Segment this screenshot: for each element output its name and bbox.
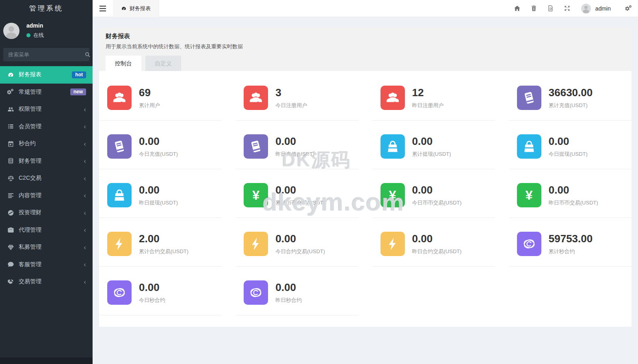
stat-value: 0.00: [549, 136, 588, 147]
stat-label: 累计提现(USDT): [412, 151, 451, 158]
stat-value: 36630.00: [549, 87, 593, 99]
briefcase-icon: [7, 226, 14, 233]
chevron-left-icon: ‹: [84, 261, 86, 268]
topbar-tab-label: 财务报表: [130, 5, 151, 12]
home-icon[interactable]: [514, 5, 521, 12]
gem-icon: [7, 244, 14, 251]
circle-slash-icon: [7, 209, 14, 216]
stat-value: 0.00: [275, 282, 302, 293]
stat-book-icon: [244, 134, 268, 159]
sidebar-item-member-manage[interactable]: 会员管理‹: [0, 118, 93, 136]
stat-users-icon: [381, 86, 405, 110]
sidebar-item-label: 内容管理: [19, 192, 41, 199]
sidebar-item-permission-manage[interactable]: 权限管理‹: [0, 101, 93, 118]
stat-card: 0.00今日秒合约: [99, 274, 222, 315]
sidebar-item-c2c-trade[interactable]: C2C交易‹: [0, 170, 93, 187]
stat-label: 今日秒合约: [139, 297, 165, 304]
stat-label: 累计币币交易(USDT): [275, 199, 325, 207]
stat-label: 今日合约交易(USDT): [275, 248, 325, 255]
stat-yen-icon: ¥: [517, 183, 541, 207]
stat-book-icon: [107, 134, 132, 159]
stat-label: 昨日秒合约: [275, 297, 302, 304]
badge-new: new: [70, 88, 86, 95]
sidebar-item-private-fund[interactable]: 私募管理‹: [0, 239, 93, 256]
sidebar-item-label: C2C交易: [19, 174, 41, 182]
sidebar-item-trade-manage[interactable]: 交易管理‹: [0, 273, 93, 291]
finance-report-panel: 财务报表 用于展示当前系统中的统计数据、统计报表及重要实时数据 控制台 自定义 …: [99, 28, 632, 327]
tab-custom[interactable]: 自定义: [145, 56, 181, 71]
stat-card: ¥0.00昨日币币交易(USDT): [509, 177, 632, 218]
stat-users-icon: [244, 86, 268, 110]
hamburger-menu-icon[interactable]: [93, 0, 113, 17]
sidebar-menu: 财务报表hot常规管理new权限管理‹会员管理‹秒合约‹财务管理‹C2C交易‹内…: [0, 66, 93, 291]
database-icon: [7, 157, 14, 164]
chevron-left-icon: ‹: [84, 244, 86, 251]
search-input[interactable]: [3, 52, 84, 58]
sidebar-item-label: 代理管理: [19, 226, 41, 234]
chevron-left-icon: ‹: [84, 106, 86, 113]
topbar-username: admin: [595, 5, 611, 12]
users-icon: [7, 106, 14, 113]
sidebar-item-invest-manage[interactable]: 投资理财‹: [0, 204, 93, 222]
sidebar-item-service-manage[interactable]: 客服管理‹: [0, 256, 93, 274]
topbar-tab-finance-report[interactable]: 财务报表: [113, 0, 159, 17]
user-avatar: [3, 23, 19, 39]
stat-swirl-icon: [107, 280, 132, 305]
stat-card: 36630.00累计充值(USDT): [509, 79, 632, 121]
tab-console[interactable]: 控制台: [106, 56, 141, 71]
stat-card: 0.00昨日充值(USDT): [236, 128, 358, 169]
refresh-page-icon[interactable]: [547, 5, 554, 12]
stat-users-icon: [107, 86, 132, 110]
sidebar-item-label: 常规管理: [19, 88, 41, 96]
main-content[interactable]: 财务报表 用于展示当前系统中的统计数据、统计报表及重要实时数据 控制台 自定义 …: [93, 17, 638, 364]
online-status-label: 在线: [33, 32, 44, 39]
sidebar-item-seconds-contract[interactable]: 秒合约‹: [0, 135, 93, 153]
stat-label: 累计用户: [139, 102, 160, 109]
sidebar-item-content-manage[interactable]: 内容管理‹: [0, 187, 93, 205]
settings-gears-icon[interactable]: [625, 5, 632, 12]
stat-value: 0.00: [412, 136, 451, 147]
stat-value: 0.00: [139, 282, 165, 293]
search-icon[interactable]: [84, 48, 91, 61]
panel-tabs: 控制台 自定义: [106, 56, 625, 71]
stat-swirl-icon: [244, 280, 268, 305]
stat-card: ¥0.00累计币币交易(USDT): [236, 177, 358, 218]
sidebar-item-label: 权限管理: [19, 106, 41, 113]
topbar: 财务报表 admin: [93, 0, 638, 17]
stat-value: 0.00: [275, 233, 325, 245]
stat-label: 累计充值(USDT): [549, 102, 593, 109]
sidebar-item-label: 客服管理: [19, 261, 41, 268]
align-icon: [7, 192, 14, 199]
username: admin: [26, 22, 44, 29]
stat-card: 69累计用户: [99, 79, 222, 121]
stat-card: 0.00昨日秒合约: [236, 274, 358, 315]
page-subtitle: 用于展示当前系统中的统计数据、统计报表及重要实时数据: [106, 43, 625, 50]
chevron-left-icon: ‹: [84, 192, 86, 199]
stat-bag-icon: [381, 134, 405, 159]
trash-icon[interactable]: [530, 5, 537, 12]
sidebar-item-finance-manage[interactable]: 财务管理‹: [0, 153, 93, 170]
sidebar-item-agent-manage[interactable]: 代理管理‹: [0, 222, 93, 239]
topbar-avatar: [581, 4, 591, 13]
calendar-icon: [7, 140, 14, 147]
dashboard-icon: [121, 6, 127, 11]
topbar-user[interactable]: admin: [581, 4, 611, 13]
chevron-left-icon: ‹: [84, 209, 86, 216]
stat-label: 累计合约交易(USDT): [139, 248, 188, 255]
fullscreen-icon[interactable]: [564, 5, 571, 12]
stat-label: 今日注册用户: [275, 102, 307, 109]
sidebar-item-general-manage[interactable]: 常规管理new: [0, 84, 93, 101]
dashboard-icon: [7, 71, 14, 78]
stat-label: 今日币币交易(USDT): [412, 199, 462, 207]
stat-card: 0.00今日充值(USDT): [99, 128, 222, 169]
stat-value: 3: [275, 87, 307, 99]
sidebar-item-finance-report[interactable]: 财务报表hot: [0, 66, 93, 84]
stat-label: 昨日提现(USDT): [139, 199, 178, 207]
badge-hot: hot: [72, 71, 86, 78]
stat-value: 2.00: [139, 233, 188, 245]
app-title: 管理系统: [0, 0, 93, 17]
panel-header: 财务报表 用于展示当前系统中的统计数据、统计报表及重要实时数据 控制台 自定义: [99, 28, 632, 71]
sidebar-search: [3, 48, 89, 61]
stat-label: 累计秒合约: [549, 248, 593, 255]
stat-label: 昨日合约交易(USDT): [412, 248, 462, 255]
